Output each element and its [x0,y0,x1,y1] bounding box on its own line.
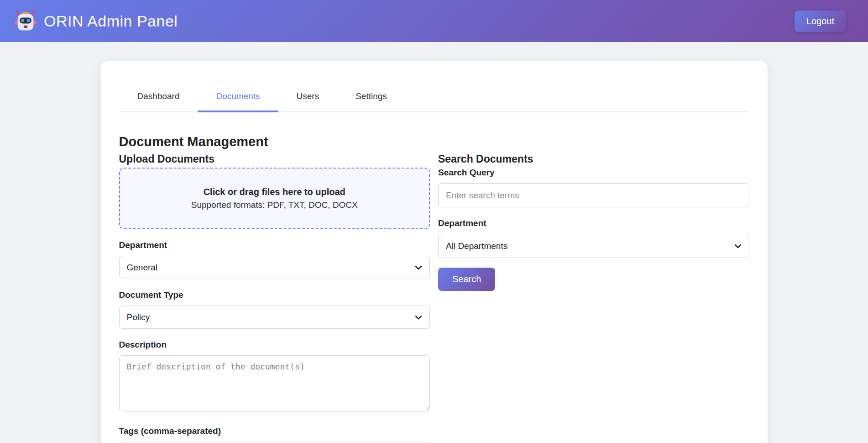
search-query-group: Search Query [438,168,749,207]
document-type-select-wrap: Policy [119,306,430,329]
upload-section: Upload Documents Click or drag files her… [119,153,430,443]
tab-settings[interactable]: Settings [337,82,405,112]
search-department-label: Department [438,218,749,228]
dropzone-title: Click or drag files here to upload [204,187,345,197]
page-title: Document Management [119,134,749,149]
tab-documents[interactable]: Documents [198,82,278,112]
search-section: Search Documents Search Query Department… [438,153,749,443]
robot-logo-icon [14,9,37,33]
dropzone-subtitle: Supported formats: PDF, TXT, DOC, DOCX [191,200,358,210]
description-label: Description [119,340,430,350]
upload-heading: Upload Documents [119,153,430,165]
upload-department-select-wrap: General [119,256,430,279]
upload-department-label: Department [119,240,430,250]
search-heading: Search Documents [438,153,749,165]
file-dropzone[interactable]: Click or drag files here to upload Suppo… [119,168,430,229]
search-query-input[interactable] [438,183,749,207]
search-department-group: Department All Departments [438,218,749,258]
search-query-label: Search Query [438,168,749,178]
search-button[interactable]: Search [438,268,495,291]
tab-bar: Dashboard Documents Users Settings [119,82,749,112]
app-title: ORIN Admin Panel [44,12,178,30]
main-card: Dashboard Documents Users Settings Docum… [101,61,768,443]
app-header: ORIN Admin Panel Logout [0,0,868,42]
tags-group: Tags (comma-separated) [119,426,430,443]
upload-department-group: Department General [119,240,430,279]
description-group: Description [119,340,430,413]
tab-dashboard[interactable]: Dashboard [119,82,198,112]
tab-users[interactable]: Users [278,82,338,112]
upload-department-select[interactable]: General [119,256,430,279]
search-department-select[interactable]: All Departments [438,234,749,258]
search-department-select-wrap: All Departments [438,234,749,258]
description-textarea[interactable] [119,355,430,411]
logout-button[interactable]: Logout [795,11,846,32]
document-type-select[interactable]: Policy [119,306,430,329]
content-columns: Upload Documents Click or drag files her… [119,153,749,443]
document-type-group: Document Type Policy [119,290,430,329]
document-type-label: Document Type [119,290,430,300]
tags-label: Tags (comma-separated) [119,426,430,436]
